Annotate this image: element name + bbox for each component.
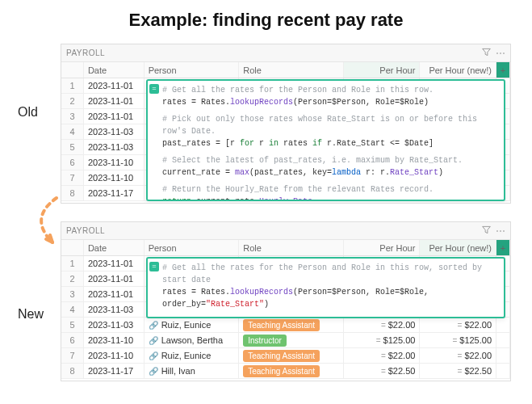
col-date[interactable]: Date bbox=[84, 240, 145, 255]
cell-person: 🔗Ruiz, Eunice bbox=[145, 348, 240, 363]
formula-icon: = bbox=[458, 321, 463, 330]
formula-editor-old[interactable]: = # Get all the rates for the Person and… bbox=[146, 79, 505, 201]
formula-icon: = bbox=[381, 351, 386, 360]
code-comment: # Pick out only those rates whose Rate_S… bbox=[162, 115, 477, 136]
row-num: 2 bbox=[61, 94, 84, 108]
row-num: 1 bbox=[61, 256, 84, 271]
label-old: Old bbox=[18, 105, 38, 120]
row-num: 8 bbox=[61, 186, 84, 200]
cell-date: 2023-11-10 bbox=[84, 155, 145, 170]
row-num: 5 bbox=[61, 318, 84, 332]
cell-date: 2023-11-01 bbox=[84, 287, 145, 301]
link-icon: 🔗 bbox=[149, 321, 158, 330]
panel-title: PAYROLL bbox=[66, 226, 477, 235]
cell-date: 2023-11-03 bbox=[84, 140, 145, 154]
panel-title: PAYROLL bbox=[66, 48, 477, 57]
cell-person: 🔗Lawson, Bertha bbox=[145, 333, 240, 347]
cell-ph: =$125.00 bbox=[344, 333, 421, 347]
add-column-button[interactable]: + bbox=[496, 240, 510, 255]
cell-ph2: =$125.00 bbox=[420, 333, 496, 347]
cell-date: 2023-11-03 bbox=[84, 318, 145, 332]
cell-person: 🔗Ruiz, Eunice bbox=[145, 318, 240, 332]
row-num: 4 bbox=[61, 302, 84, 317]
col-person[interactable]: Person bbox=[145, 62, 240, 78]
more-icon[interactable]: ⋯ bbox=[496, 225, 506, 237]
col-role[interactable]: Role bbox=[239, 62, 344, 78]
cell-date: 2023-11-17 bbox=[84, 186, 145, 200]
cell-date: 2023-11-01 bbox=[84, 256, 145, 271]
add-column-button[interactable]: + bbox=[496, 62, 510, 78]
formula-icon: = bbox=[376, 336, 381, 345]
cell-ph2: =$22.00 bbox=[420, 348, 496, 363]
cell-role: Teaching Assistant bbox=[239, 318, 344, 332]
col-date[interactable]: Date bbox=[84, 62, 145, 78]
cell-date: 2023-11-10 bbox=[84, 170, 145, 185]
formula-icon: = bbox=[452, 336, 457, 345]
formula-badge-icon: = bbox=[149, 84, 159, 94]
row-num: 7 bbox=[61, 348, 84, 363]
cell-person: 🔗Hill, Ivan bbox=[145, 364, 240, 378]
link-icon: 🔗 bbox=[149, 351, 158, 360]
table-row[interactable]: 82023-11-17🔗Hill, IvanTeaching Assistant… bbox=[61, 364, 510, 379]
rownum-header bbox=[61, 240, 84, 255]
code-comment: # Get all the rates for the Person and R… bbox=[162, 263, 482, 284]
cell-role: Instructor bbox=[239, 333, 344, 347]
table-row[interactable]: 72023-11-10🔗Ruiz, EuniceTeaching Assista… bbox=[61, 348, 510, 364]
panel-header: PAYROLL ⋯ bbox=[61, 44, 510, 62]
formula-icon: = bbox=[458, 351, 463, 360]
link-icon: 🔗 bbox=[149, 367, 158, 376]
row-num: 2 bbox=[61, 271, 84, 286]
row-num: 6 bbox=[61, 155, 84, 170]
more-icon[interactable]: ⋯ bbox=[496, 48, 506, 59]
cell-date: 2023-11-03 bbox=[84, 302, 145, 317]
formula-badge-icon: = bbox=[149, 262, 159, 271]
cell-date: 2023-11-01 bbox=[84, 94, 145, 108]
panel-old: PAYROLL ⋯ Date Person Role Per Hour Per … bbox=[61, 44, 511, 204]
col-role[interactable]: Role bbox=[239, 240, 344, 255]
panel-new: PAYROLL ⋯ Date Person Role Per Hour Per … bbox=[61, 221, 511, 381]
code-comment: # Select the latest of past_rates, i.e. … bbox=[162, 156, 463, 165]
grid-old: Date Person Role Per Hour Per Hour (new!… bbox=[61, 62, 510, 201]
col-per-hour-new[interactable]: Per Hour (new!) bbox=[420, 240, 496, 255]
row-num: 5 bbox=[61, 140, 84, 154]
cell-ph2: =$22.50 bbox=[420, 364, 496, 378]
cell-ph: =$22.50 bbox=[344, 364, 421, 378]
cell-date: 2023-11-10 bbox=[84, 348, 145, 363]
table-row[interactable]: 52023-11-03🔗Ruiz, EuniceTeaching Assista… bbox=[61, 318, 510, 333]
formula-editor-new[interactable]: = # Get all the rates for the Person and… bbox=[146, 257, 505, 318]
filter-icon[interactable] bbox=[482, 48, 491, 59]
code-comment: # Return the latest rate bbox=[162, 317, 279, 318]
table-row[interactable]: 62023-11-10🔗Lawson, BerthaInstructor=$12… bbox=[61, 333, 510, 348]
panel-header: PAYROLL ⋯ bbox=[61, 222, 510, 240]
page-title: Example: finding recent pay rate bbox=[0, 10, 532, 31]
row-num: 3 bbox=[61, 287, 84, 301]
cell-date: 2023-11-17 bbox=[84, 364, 145, 378]
row-num: 1 bbox=[61, 78, 84, 93]
col-per-hour-new[interactable]: Per Hour (new!) bbox=[420, 62, 496, 78]
cell-role: Teaching Assistant bbox=[239, 348, 344, 363]
cell-date: 2023-11-10 bbox=[84, 333, 145, 347]
cell-date: 2023-11-01 bbox=[84, 78, 145, 93]
filter-icon[interactable] bbox=[482, 225, 491, 237]
col-per-hour[interactable]: Per Hour bbox=[344, 240, 421, 255]
label-new: New bbox=[18, 307, 44, 322]
link-icon: 🔗 bbox=[149, 336, 158, 345]
row-num: 3 bbox=[61, 109, 84, 124]
formula-icon: = bbox=[458, 367, 463, 376]
grid-header-row: Date Person Role Per Hour Per Hour (new!… bbox=[61, 62, 510, 78]
formula-icon: = bbox=[381, 321, 386, 330]
row-num: 4 bbox=[61, 124, 84, 139]
row-num: 7 bbox=[61, 170, 84, 185]
col-per-hour[interactable]: Per Hour bbox=[344, 62, 421, 78]
code-comment: # Return the Hourly_Rate from the releva… bbox=[162, 185, 434, 194]
cell-ph2: =$22.00 bbox=[420, 318, 496, 332]
cell-ph: =$22.00 bbox=[344, 318, 421, 332]
cell-role: Teaching Assistant bbox=[239, 364, 344, 378]
code-comment: # Get all the rates for the Person and R… bbox=[162, 86, 434, 95]
row-num: 6 bbox=[61, 333, 84, 347]
grid-new: Date Person Role Per Hour Per Hour (new!… bbox=[61, 240, 510, 379]
col-person[interactable]: Person bbox=[145, 240, 240, 255]
cell-date: 2023-11-03 bbox=[84, 124, 145, 139]
cell-date: 2023-11-01 bbox=[84, 109, 145, 124]
rownum-header bbox=[61, 62, 84, 78]
